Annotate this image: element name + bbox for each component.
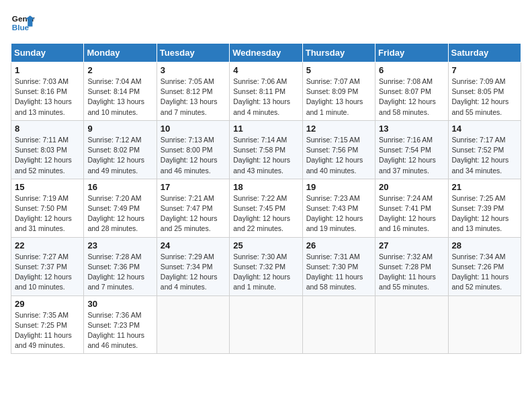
day-cell: [448, 295, 521, 354]
day-info: Sunrise: 7:12 AM Sunset: 8:02 PM Dayligh…: [87, 135, 152, 176]
weekday-tuesday: Tuesday: [157, 44, 229, 62]
day-cell: 23Sunrise: 7:28 AM Sunset: 7:36 PM Dayli…: [84, 237, 157, 295]
day-cell: 22Sunrise: 7:27 AM Sunset: 7:37 PM Dayli…: [11, 237, 84, 295]
weekday-thursday: Thursday: [302, 44, 375, 62]
day-info: Sunrise: 7:20 AM Sunset: 7:49 PM Dayligh…: [87, 193, 152, 234]
day-info: Sunrise: 7:03 AM Sunset: 8:16 PM Dayligh…: [15, 77, 80, 118]
day-number: 28: [452, 240, 517, 250]
day-info: Sunrise: 7:29 AM Sunset: 7:34 PM Dayligh…: [161, 252, 226, 293]
day-number: 24: [161, 240, 226, 250]
day-number: 12: [306, 124, 371, 134]
day-cell: 12Sunrise: 7:15 AM Sunset: 7:56 PM Dayli…: [302, 120, 375, 179]
weekday-friday: Friday: [375, 44, 448, 62]
logo-icon: General Blue: [11, 11, 35, 35]
weekday-wednesday: Wednesday: [230, 44, 302, 62]
day-number: 5: [306, 65, 371, 75]
day-info: Sunrise: 7:23 AM Sunset: 7:43 PM Dayligh…: [306, 193, 371, 234]
day-cell: 30Sunrise: 7:36 AM Sunset: 7:23 PM Dayli…: [84, 295, 157, 354]
day-cell: [230, 295, 302, 354]
day-number: 2: [87, 65, 152, 75]
day-info: Sunrise: 7:17 AM Sunset: 7:52 PM Dayligh…: [452, 135, 517, 176]
day-number: 26: [306, 240, 371, 250]
day-info: Sunrise: 7:16 AM Sunset: 7:54 PM Dayligh…: [379, 135, 444, 176]
day-number: 17: [161, 182, 226, 192]
day-cell: [157, 295, 229, 354]
day-cell: 25Sunrise: 7:30 AM Sunset: 7:32 PM Dayli…: [230, 237, 302, 295]
day-info: Sunrise: 7:24 AM Sunset: 7:41 PM Dayligh…: [379, 193, 444, 234]
day-cell: [375, 295, 448, 354]
day-cell: 21Sunrise: 7:25 AM Sunset: 7:39 PM Dayli…: [448, 179, 521, 237]
day-cell: 10Sunrise: 7:13 AM Sunset: 8:00 PM Dayli…: [157, 120, 229, 179]
logo: General Blue: [11, 11, 35, 35]
day-info: Sunrise: 7:32 AM Sunset: 7:28 PM Dayligh…: [379, 252, 444, 293]
day-number: 25: [233, 240, 298, 250]
day-cell: 9Sunrise: 7:12 AM Sunset: 8:02 PM Daylig…: [84, 120, 157, 179]
day-number: 8: [15, 124, 80, 134]
day-number: 20: [379, 182, 444, 192]
day-cell: 13Sunrise: 7:16 AM Sunset: 7:54 PM Dayli…: [375, 120, 448, 179]
day-cell: 24Sunrise: 7:29 AM Sunset: 7:34 PM Dayli…: [157, 237, 229, 295]
day-info: Sunrise: 7:19 AM Sunset: 7:50 PM Dayligh…: [15, 193, 80, 234]
day-number: 14: [452, 124, 517, 134]
day-cell: 14Sunrise: 7:17 AM Sunset: 7:52 PM Dayli…: [448, 120, 521, 179]
day-cell: 2Sunrise: 7:04 AM Sunset: 8:14 PM Daylig…: [84, 62, 157, 121]
day-info: Sunrise: 7:09 AM Sunset: 8:05 PM Dayligh…: [452, 77, 517, 118]
day-cell: 16Sunrise: 7:20 AM Sunset: 7:49 PM Dayli…: [84, 179, 157, 237]
day-cell: 18Sunrise: 7:22 AM Sunset: 7:45 PM Dayli…: [230, 179, 302, 237]
day-info: Sunrise: 7:22 AM Sunset: 7:45 PM Dayligh…: [233, 193, 298, 234]
calendar-body: 1Sunrise: 7:03 AM Sunset: 8:16 PM Daylig…: [11, 62, 521, 354]
day-info: Sunrise: 7:31 AM Sunset: 7:30 PM Dayligh…: [306, 252, 371, 293]
day-info: Sunrise: 7:25 AM Sunset: 7:39 PM Dayligh…: [452, 193, 517, 234]
day-number: 27: [379, 240, 444, 250]
day-info: Sunrise: 7:15 AM Sunset: 7:56 PM Dayligh…: [306, 135, 371, 176]
day-cell: 27Sunrise: 7:32 AM Sunset: 7:28 PM Dayli…: [375, 237, 448, 295]
day-info: Sunrise: 7:06 AM Sunset: 8:11 PM Dayligh…: [233, 77, 298, 118]
day-number: 18: [233, 182, 298, 192]
day-info: Sunrise: 7:04 AM Sunset: 8:14 PM Dayligh…: [87, 77, 152, 118]
day-number: 4: [233, 65, 298, 75]
calendar-table: SundayMondayTuesdayWednesdayThursdayFrid…: [11, 43, 521, 354]
day-cell: 28Sunrise: 7:34 AM Sunset: 7:26 PM Dayli…: [448, 237, 521, 295]
day-cell: 6Sunrise: 7:08 AM Sunset: 8:07 PM Daylig…: [375, 62, 448, 121]
day-info: Sunrise: 7:13 AM Sunset: 8:00 PM Dayligh…: [161, 135, 226, 176]
day-info: Sunrise: 7:27 AM Sunset: 7:37 PM Dayligh…: [15, 252, 80, 293]
day-info: Sunrise: 7:08 AM Sunset: 8:07 PM Dayligh…: [379, 77, 444, 118]
day-info: Sunrise: 7:30 AM Sunset: 7:32 PM Dayligh…: [233, 252, 298, 293]
day-number: 23: [87, 240, 152, 250]
day-cell: 7Sunrise: 7:09 AM Sunset: 8:05 PM Daylig…: [448, 62, 521, 121]
day-number: 22: [15, 240, 80, 250]
day-info: Sunrise: 7:07 AM Sunset: 8:09 PM Dayligh…: [306, 77, 371, 118]
weekday-sunday: Sunday: [11, 44, 84, 62]
day-cell: 4Sunrise: 7:06 AM Sunset: 8:11 PM Daylig…: [230, 62, 302, 121]
weekday-monday: Monday: [84, 44, 157, 62]
day-info: Sunrise: 7:36 AM Sunset: 7:23 PM Dayligh…: [87, 310, 152, 351]
day-number: 10: [161, 124, 226, 134]
day-cell: 17Sunrise: 7:21 AM Sunset: 7:47 PM Dayli…: [157, 179, 229, 237]
day-info: Sunrise: 7:34 AM Sunset: 7:26 PM Dayligh…: [452, 252, 517, 293]
day-number: 9: [87, 124, 152, 134]
day-cell: 19Sunrise: 7:23 AM Sunset: 7:43 PM Dayli…: [302, 179, 375, 237]
day-cell: [302, 295, 375, 354]
day-number: 7: [452, 65, 517, 75]
day-number: 29: [15, 299, 80, 309]
week-row-2: 8Sunrise: 7:11 AM Sunset: 8:03 PM Daylig…: [11, 120, 521, 179]
day-number: 19: [306, 182, 371, 192]
day-info: Sunrise: 7:35 AM Sunset: 7:25 PM Dayligh…: [15, 310, 80, 351]
day-number: 11: [233, 124, 298, 134]
day-number: 15: [15, 182, 80, 192]
week-row-5: 29Sunrise: 7:35 AM Sunset: 7:25 PM Dayli…: [11, 295, 521, 354]
day-info: Sunrise: 7:21 AM Sunset: 7:47 PM Dayligh…: [161, 193, 226, 234]
day-number: 21: [452, 182, 517, 192]
day-info: Sunrise: 7:14 AM Sunset: 7:58 PM Dayligh…: [233, 135, 298, 176]
svg-text:Blue: Blue: [12, 23, 30, 32]
day-cell: 11Sunrise: 7:14 AM Sunset: 7:58 PM Dayli…: [230, 120, 302, 179]
page-header: General Blue: [11, 11, 521, 35]
week-row-3: 15Sunrise: 7:19 AM Sunset: 7:50 PM Dayli…: [11, 179, 521, 237]
day-info: Sunrise: 7:28 AM Sunset: 7:36 PM Dayligh…: [87, 252, 152, 293]
day-number: 3: [161, 65, 226, 75]
day-cell: 8Sunrise: 7:11 AM Sunset: 8:03 PM Daylig…: [11, 120, 84, 179]
day-cell: 5Sunrise: 7:07 AM Sunset: 8:09 PM Daylig…: [302, 62, 375, 121]
day-cell: 20Sunrise: 7:24 AM Sunset: 7:41 PM Dayli…: [375, 179, 448, 237]
day-cell: 29Sunrise: 7:35 AM Sunset: 7:25 PM Dayli…: [11, 295, 84, 354]
weekday-header-row: SundayMondayTuesdayWednesdayThursdayFrid…: [11, 44, 521, 62]
